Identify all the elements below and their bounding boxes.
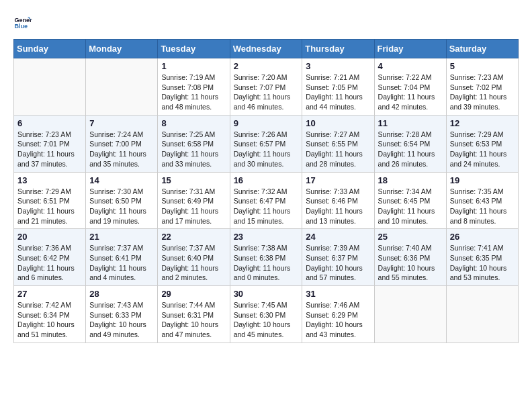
calendar-week-row: 13Sunrise: 7:29 AM Sunset: 6:51 PM Dayli… [14,172,519,229]
day-number: 10 [306,118,370,128]
calendar-day-cell: 29Sunrise: 7:44 AM Sunset: 6:31 PM Dayli… [158,286,230,343]
weekday-header-cell: Wednesday [230,40,302,58]
day-number: 29 [161,289,226,299]
calendar-day-cell: 7Sunrise: 7:24 AM Sunset: 7:00 PM Daylig… [86,115,158,172]
day-number: 3 [306,61,370,71]
calendar-day-cell: 22Sunrise: 7:37 AM Sunset: 6:40 PM Dayli… [158,229,230,286]
day-info: Sunrise: 7:40 AM Sunset: 6:36 PM Dayligh… [378,243,443,283]
calendar-day-cell: 21Sunrise: 7:37 AM Sunset: 6:41 PM Dayli… [86,229,158,286]
day-number: 24 [306,232,370,242]
day-number: 21 [89,232,154,242]
day-number: 2 [234,61,299,71]
day-number: 26 [450,232,515,242]
calendar-day-cell: 27Sunrise: 7:42 AM Sunset: 6:34 PM Dayli… [14,286,86,343]
day-info: Sunrise: 7:24 AM Sunset: 7:00 PM Dayligh… [89,130,154,169]
day-number: 19 [450,175,515,185]
day-info: Sunrise: 7:34 AM Sunset: 6:45 PM Dayligh… [378,187,443,226]
day-number: 17 [306,175,370,185]
day-info: Sunrise: 7:19 AM Sunset: 7:08 PM Dayligh… [161,73,226,112]
day-info: Sunrise: 7:35 AM Sunset: 6:43 PM Dayligh… [450,187,515,226]
day-info: Sunrise: 7:29 AM Sunset: 6:51 PM Dayligh… [17,187,82,226]
page-header: General Blue [13,13,519,32]
day-info: Sunrise: 7:32 AM Sunset: 6:47 PM Dayligh… [234,187,299,226]
day-info: Sunrise: 7:42 AM Sunset: 6:34 PM Dayligh… [17,300,82,340]
calendar-day-cell: 4Sunrise: 7:22 AM Sunset: 7:04 PM Daylig… [374,58,446,116]
day-number: 1 [161,61,226,71]
calendar-day-cell [14,58,86,116]
calendar-day-cell: 26Sunrise: 7:41 AM Sunset: 6:35 PM Dayli… [446,229,518,286]
calendar-day-cell: 12Sunrise: 7:29 AM Sunset: 6:53 PM Dayli… [446,115,518,172]
day-info: Sunrise: 7:31 AM Sunset: 6:49 PM Dayligh… [161,187,226,226]
day-info: Sunrise: 7:39 AM Sunset: 6:37 PM Dayligh… [306,243,370,283]
day-info: Sunrise: 7:37 AM Sunset: 6:40 PM Dayligh… [161,243,226,283]
logo-icon: General Blue [13,13,32,32]
calendar-day-cell: 23Sunrise: 7:38 AM Sunset: 6:38 PM Dayli… [230,229,302,286]
weekday-header-cell: Sunday [14,40,86,58]
day-info: Sunrise: 7:28 AM Sunset: 6:54 PM Dayligh… [378,130,443,169]
calendar-day-cell: 10Sunrise: 7:27 AM Sunset: 6:55 PM Dayli… [302,115,374,172]
day-number: 8 [161,118,226,128]
day-info: Sunrise: 7:45 AM Sunset: 6:30 PM Dayligh… [234,300,299,340]
day-number: 20 [17,232,82,242]
calendar-body: 1Sunrise: 7:19 AM Sunset: 7:08 PM Daylig… [14,58,519,343]
weekday-header-row: SundayMondayTuesdayWednesdayThursdayFrid… [14,40,519,58]
day-number: 9 [234,118,299,128]
calendar-day-cell: 24Sunrise: 7:39 AM Sunset: 6:37 PM Dayli… [302,229,374,286]
day-number: 31 [306,289,370,299]
day-info: Sunrise: 7:44 AM Sunset: 6:31 PM Dayligh… [161,300,226,340]
calendar-day-cell: 30Sunrise: 7:45 AM Sunset: 6:30 PM Dayli… [230,286,302,343]
calendar-week-row: 20Sunrise: 7:36 AM Sunset: 6:42 PM Dayli… [14,229,519,286]
day-number: 18 [378,175,443,185]
weekday-header-cell: Friday [374,40,446,58]
calendar-week-row: 1Sunrise: 7:19 AM Sunset: 7:08 PM Daylig… [14,58,519,116]
calendar-week-row: 27Sunrise: 7:42 AM Sunset: 6:34 PM Dayli… [14,286,519,343]
day-number: 5 [450,61,515,71]
day-info: Sunrise: 7:38 AM Sunset: 6:38 PM Dayligh… [234,243,299,283]
svg-text:Blue: Blue [14,23,28,30]
day-info: Sunrise: 7:25 AM Sunset: 6:58 PM Dayligh… [161,130,226,169]
calendar-day-cell: 28Sunrise: 7:43 AM Sunset: 6:33 PM Dayli… [86,286,158,343]
day-number: 4 [378,61,443,71]
day-number: 7 [89,118,154,128]
calendar-day-cell: 9Sunrise: 7:26 AM Sunset: 6:57 PM Daylig… [230,115,302,172]
day-number: 16 [234,175,299,185]
day-info: Sunrise: 7:22 AM Sunset: 7:04 PM Dayligh… [378,73,443,112]
weekday-header-cell: Tuesday [158,40,230,58]
day-info: Sunrise: 7:37 AM Sunset: 6:41 PM Dayligh… [89,243,154,283]
calendar-day-cell: 15Sunrise: 7:31 AM Sunset: 6:49 PM Dayli… [158,172,230,229]
day-info: Sunrise: 7:30 AM Sunset: 6:50 PM Dayligh… [89,187,154,226]
calendar-day-cell: 3Sunrise: 7:21 AM Sunset: 7:05 PM Daylig… [302,58,374,116]
calendar-day-cell: 13Sunrise: 7:29 AM Sunset: 6:51 PM Dayli… [14,172,86,229]
day-info: Sunrise: 7:23 AM Sunset: 7:02 PM Dayligh… [450,73,515,112]
day-number: 11 [378,118,443,128]
calendar-day-cell: 5Sunrise: 7:23 AM Sunset: 7:02 PM Daylig… [446,58,518,116]
day-info: Sunrise: 7:43 AM Sunset: 6:33 PM Dayligh… [89,300,154,340]
day-number: 12 [450,118,515,128]
weekday-header-cell: Thursday [302,40,374,58]
calendar-day-cell: 18Sunrise: 7:34 AM Sunset: 6:45 PM Dayli… [374,172,446,229]
day-number: 13 [17,175,82,185]
calendar-day-cell: 25Sunrise: 7:40 AM Sunset: 6:36 PM Dayli… [374,229,446,286]
calendar-week-row: 6Sunrise: 7:23 AM Sunset: 7:01 PM Daylig… [14,115,519,172]
calendar-day-cell [374,286,446,343]
day-info: Sunrise: 7:46 AM Sunset: 6:29 PM Dayligh… [306,300,370,340]
calendar-day-cell: 14Sunrise: 7:30 AM Sunset: 6:50 PM Dayli… [86,172,158,229]
calendar-day-cell: 6Sunrise: 7:23 AM Sunset: 7:01 PM Daylig… [14,115,86,172]
day-number: 25 [378,232,443,242]
day-number: 30 [234,289,299,299]
weekday-header-cell: Monday [86,40,158,58]
day-info: Sunrise: 7:23 AM Sunset: 7:01 PM Dayligh… [17,130,82,169]
calendar-day-cell: 2Sunrise: 7:20 AM Sunset: 7:07 PM Daylig… [230,58,302,116]
day-number: 6 [17,118,82,128]
calendar-day-cell: 16Sunrise: 7:32 AM Sunset: 6:47 PM Dayli… [230,172,302,229]
calendar-day-cell: 31Sunrise: 7:46 AM Sunset: 6:29 PM Dayli… [302,286,374,343]
day-number: 28 [89,289,154,299]
day-number: 15 [161,175,226,185]
day-info: Sunrise: 7:33 AM Sunset: 6:46 PM Dayligh… [306,187,370,226]
calendar-day-cell [86,58,158,116]
calendar-table: SundayMondayTuesdayWednesdayThursdayFrid… [13,39,519,343]
calendar-day-cell: 17Sunrise: 7:33 AM Sunset: 6:46 PM Dayli… [302,172,374,229]
day-info: Sunrise: 7:36 AM Sunset: 6:42 PM Dayligh… [17,243,82,283]
calendar-day-cell: 20Sunrise: 7:36 AM Sunset: 6:42 PM Dayli… [14,229,86,286]
day-info: Sunrise: 7:41 AM Sunset: 6:35 PM Dayligh… [450,243,515,283]
